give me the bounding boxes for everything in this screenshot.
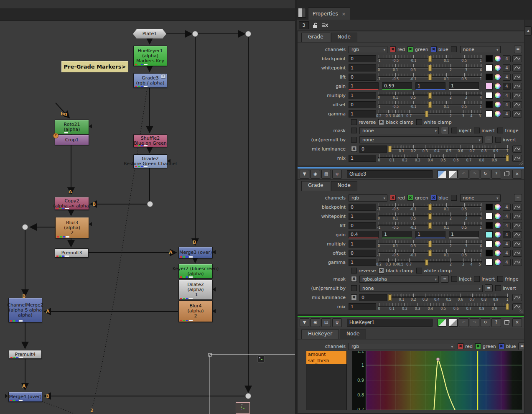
grade3-multiply-input[interactable] <box>349 240 376 248</box>
huekeyer1-green-channel-checkbox[interactable]: ✖ <box>475 343 481 349</box>
slider-handle[interactable] <box>428 102 431 108</box>
grade3-gain-colorwheel-icon[interactable] <box>494 231 501 238</box>
animation-curve-button[interactable] <box>512 231 522 238</box>
help-icon[interactable]: ? <box>491 170 501 179</box>
grade-top-tab-node[interactable]: Node <box>331 33 357 42</box>
grade3-gamma-color-swatch[interactable] <box>486 259 493 266</box>
grade-top-blackpoint-color-swatch[interactable] <box>486 55 493 62</box>
grade3-mask-dropdown[interactable]: rgba.alpha <box>359 276 439 283</box>
close-panel-icon[interactable]: × <box>512 318 522 327</box>
grade3-node-name-field[interactable] <box>347 170 433 178</box>
wrench-icon[interactable]: ψ <box>332 170 342 179</box>
redo-icon[interactable]: ↷ <box>470 170 479 179</box>
slider-handle[interactable] <box>428 250 431 256</box>
grade-top-gamma-colorwheel-icon[interactable] <box>494 110 501 117</box>
huekeyer1-blue-channel-checkbox[interactable]: ✖ <box>499 343 504 349</box>
backdrop-note[interactable]: Pre-Grade Markers> <box>61 61 128 72</box>
grade-top-multiply-slider[interactable]: 00.10.51234 <box>378 91 482 100</box>
animation-curve-button[interactable] <box>512 303 522 310</box>
float-panel-icon[interactable] <box>504 320 509 325</box>
grade-top-mix-luminance-input[interactable] <box>359 146 387 153</box>
grade-top-fringe-checkbox[interactable] <box>497 128 503 133</box>
animation-curve-button[interactable] <box>512 110 522 118</box>
curve-param-amount[interactable]: amount <box>306 351 346 358</box>
panel-resize-grip[interactable] <box>519 161 523 165</box>
grade-top-green-channel-checkbox[interactable]: ✖ <box>407 46 413 52</box>
grade-top-offset-colorwheel-icon[interactable] <box>494 101 501 108</box>
grade-top-extra-channel-checkbox[interactable] <box>451 46 457 52</box>
grade3-gain-input-1[interactable] <box>382 231 412 238</box>
slider-handle[interactable] <box>506 155 509 161</box>
help-icon[interactable]: ? <box>491 318 501 327</box>
grade3-offset-color-swatch[interactable] <box>486 250 493 256</box>
grade3-gain-input-2[interactable] <box>415 231 445 238</box>
slider-handle[interactable] <box>388 146 391 152</box>
grade-top-extra-channels-dropdown[interactable]: none <box>460 46 501 53</box>
grade-top-offset-split-channels-button[interactable]: 4 <box>503 101 511 108</box>
grade-top-mix-slider[interactable]: 00.10.20.30.40.50.60.70.80.91 <box>378 154 509 162</box>
grade3-offset-split-channels-button[interactable]: 4 <box>503 250 511 257</box>
grade3-mix-input[interactable] <box>349 303 376 310</box>
animation-curve-button[interactable] <box>512 92 522 99</box>
curve-parameter-list[interactable]: amountsat_thrsh <box>306 351 347 410</box>
curve-param-sat_thrsh[interactable]: sat_thrsh <box>306 358 346 364</box>
slider-handle[interactable] <box>428 204 431 210</box>
grade-top-whitepoint-input[interactable] <box>349 64 376 72</box>
huekeyer1-tab-node[interactable]: Node <box>340 330 366 339</box>
pane-split-icon[interactable] <box>298 8 306 18</box>
grade-top-gain-input-3[interactable] <box>449 82 479 90</box>
grade3-whitepoint-slider[interactable]: 00.10.51234 <box>378 212 482 220</box>
grade3-gain-input-0[interactable] <box>349 231 379 238</box>
close-tab-icon[interactable]: × <box>342 11 346 17</box>
animation-curve-button[interactable] <box>512 250 522 257</box>
grade-top-lift-slider[interactable]: -1-0.5-0.100.10.51 <box>378 73 482 81</box>
grade3-green-channel-checkbox[interactable]: ✖ <box>407 195 413 201</box>
grade-top-unpremultby-dropdown[interactable]: none <box>359 136 483 143</box>
grade-top-reverse-checkbox[interactable] <box>351 119 357 125</box>
grade3-red-channel-checkbox[interactable]: ✖ <box>390 195 396 201</box>
graph-node-dilate2[interactable]: Dilate2(alpha)-1 <box>178 280 213 300</box>
graph-node-roto21[interactable]: Roto21(alpha) <box>55 120 89 134</box>
grade-top-whitepoint-colorwheel-icon[interactable] <box>494 64 501 71</box>
node-graph-minimap[interactable] <box>236 402 250 414</box>
slider-handle[interactable] <box>428 222 431 229</box>
grade3-gain-split-channels-button[interactable]: 4 <box>503 231 511 238</box>
gl-color-button[interactable] <box>449 170 458 178</box>
grade-top-gain-split-channels-button[interactable]: 4 <box>503 83 511 90</box>
grade3-whitepoint-split-channels-button[interactable]: 4 <box>503 213 511 220</box>
grade-top-offset-input[interactable] <box>349 101 376 108</box>
slider-handle[interactable] <box>428 92 431 99</box>
grade3-blue-channel-checkbox[interactable]: ✖ <box>431 195 437 201</box>
graph-node-channelmerge2[interactable]: ChannelMerge2(alpha S alphaalpha) <box>8 298 42 322</box>
grade-top-channels-dropdown[interactable]: rgb <box>349 46 387 53</box>
graph-node-huekeyer1[interactable]: HueKeyer1(alpha)Markers Key <box>133 46 167 66</box>
grade3-multiply-split-channels-button[interactable]: 4 <box>503 240 511 248</box>
grade3-extra-channel-checkbox[interactable] <box>451 195 457 201</box>
huekeyer1-channels-dropdown[interactable]: rgb <box>349 343 455 350</box>
graph-node-crop1[interactable]: Crop1c <box>55 135 89 145</box>
animation-curve-button[interactable] <box>512 294 522 301</box>
properties-scrollbar[interactable]: ▲ <box>524 20 532 414</box>
redo-icon[interactable]: ↷ <box>470 318 479 327</box>
grade3-black-clamp-checkbox[interactable]: ✖ <box>378 268 384 273</box>
grade3-multiply-colorwheel-icon[interactable] <box>494 240 501 247</box>
animation-curve-button[interactable] <box>512 240 522 248</box>
graph-node-blur4[interactable]: Blur4(alpha)2 <box>178 300 213 322</box>
grade3-offset-slider[interactable]: -1-0.5-0.100.10.51 <box>378 249 482 257</box>
grade3-whitepoint-colorwheel-icon[interactable] <box>494 213 501 220</box>
grade3-white-clamp-checkbox[interactable] <box>416 268 422 273</box>
grade-top-gamma-color-swatch[interactable] <box>486 110 493 117</box>
grade3-blackpoint-colorwheel-icon[interactable] <box>494 204 501 210</box>
grade3-gain-color-swatch[interactable] <box>486 231 493 238</box>
huekeyer1-tab-huekeyer[interactable]: HueKeyer <box>301 330 339 339</box>
undo-icon[interactable]: ↶ <box>459 318 468 327</box>
grade3-mix-slider[interactable]: 00.10.20.30.40.50.60.70.80.91 <box>378 302 509 311</box>
graph-node-merge4[interactable]: Merge4 (over) <box>8 392 42 402</box>
graph-node-merge3[interactable]: Merge3 (over) <box>178 247 213 258</box>
center-node-icon[interactable]: ◉ <box>311 318 320 327</box>
grade-top-mask-dropdown[interactable]: none <box>359 127 439 134</box>
grade3-whitepoint-color-swatch[interactable] <box>486 213 493 220</box>
grade-top-white-clamp-checkbox[interactable] <box>416 119 422 125</box>
collapse-panel-icon[interactable]: ▼ <box>300 318 309 327</box>
grade3-blackpoint-input[interactable] <box>349 204 376 211</box>
